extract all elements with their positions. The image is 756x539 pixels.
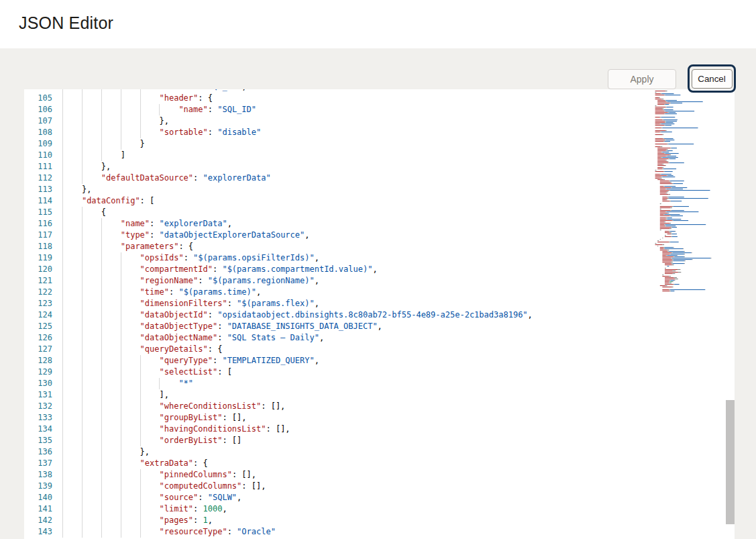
- scrollbar-thumb[interactable]: [726, 400, 735, 524]
- json-editor[interactable]: 1041051061071081091101111121131141151161…: [24, 89, 735, 539]
- line-number: 140: [38, 492, 52, 503]
- line-number: 119: [38, 252, 52, 264]
- line-number: 115: [38, 207, 52, 218]
- code-line: "regionName": "$(params.regionName)",: [60, 275, 646, 287]
- line-number: 114: [38, 195, 52, 207]
- line-number: 121: [38, 275, 52, 287]
- code-line: }: [60, 138, 646, 150]
- line-number: 142: [38, 515, 52, 526]
- apply-button[interactable]: Apply: [608, 69, 676, 89]
- code-line: "pages": 1,: [60, 515, 646, 526]
- line-number: 124: [38, 309, 52, 321]
- line-number: 135: [38, 435, 52, 446]
- page-title: JSON Editor: [19, 13, 113, 33]
- line-number: 120: [38, 264, 52, 275]
- code-line: },: [60, 446, 646, 458]
- code-line: "limit": 1000,: [60, 503, 646, 515]
- line-number: 129: [38, 366, 52, 378]
- code-line: "header": {: [60, 93, 646, 104]
- line-number: 108: [38, 127, 52, 138]
- code-line: },: [60, 115, 646, 127]
- cancel-focus-ring: Cancel: [688, 64, 736, 93]
- line-number: 136: [38, 446, 52, 458]
- line-number: 139: [38, 481, 52, 492]
- code-area[interactable]: "field": "SQL_ID", "header": { "name": "…: [60, 89, 646, 539]
- code-line: "resourceType": "Oracle": [60, 526, 646, 538]
- line-number-gutter: 1041051061071081091101111121131141151161…: [24, 89, 60, 539]
- line-number: 133: [38, 412, 52, 424]
- line-number: 113: [38, 184, 52, 195]
- line-number: 107: [38, 115, 52, 127]
- code-line: "selectList": [: [60, 366, 646, 378]
- code-line: "type": "dataObjectExplorerDataSource",: [60, 230, 646, 241]
- code-line: "dataObjectType": "DATABASE_INSIGHTS_DAT…: [60, 321, 646, 332]
- line-number: 125: [38, 321, 52, 332]
- code-line: ]: [60, 150, 646, 161]
- code-line: "defaultDataSource": "explorerData": [60, 173, 646, 184]
- line-number: 137: [38, 458, 52, 469]
- code-line: "whereConditionsList": [],: [60, 401, 646, 412]
- line-number: 143: [38, 526, 52, 538]
- line-number: 132: [38, 401, 52, 412]
- line-number: 110: [38, 150, 52, 161]
- code-line: "parameters": {: [60, 241, 646, 252]
- code-line: "compartmentId": "$(params.compartmentId…: [60, 264, 646, 275]
- line-number: 130: [38, 378, 52, 389]
- code-line: "name": "SQL_ID": [60, 104, 646, 115]
- code-line: "dataConfig": [: [60, 195, 646, 207]
- line-number: 134: [38, 424, 52, 435]
- line-number: 127: [38, 344, 52, 355]
- line-number: 141: [38, 503, 52, 515]
- line-number: 138: [38, 469, 52, 481]
- line-number: 118: [38, 241, 52, 252]
- code-line: {: [60, 207, 646, 218]
- header: JSON Editor: [0, 0, 756, 48]
- code-line: "sortable": "disable": [60, 127, 646, 138]
- code-line: "name": "explorerData",: [60, 218, 646, 230]
- code-line: "queryDetails": {: [60, 344, 646, 355]
- code-line: "orderByList": []: [60, 435, 646, 446]
- code-line: "computedColumns": [],: [60, 481, 646, 492]
- code-line: },: [60, 161, 646, 173]
- code-line: "*": [60, 378, 646, 389]
- line-number: 116: [38, 218, 52, 230]
- line-number: 126: [38, 332, 52, 344]
- code-line: "opsiIds": "$(params.opsiFilterIds)",: [60, 252, 646, 264]
- code-line: "dataObjectName": "SQL Stats – Daily",: [60, 332, 646, 344]
- code-line: "groupByList": [],: [60, 412, 646, 424]
- code-line: "pinnedColumns": [],: [60, 469, 646, 481]
- line-number: 128: [38, 355, 52, 366]
- code-line: "dimensionFilters": "$(params.flex)",: [60, 298, 646, 309]
- line-number: 112: [38, 173, 52, 184]
- code-line: "time": "$(params.time)",: [60, 287, 646, 298]
- line-number: 122: [38, 287, 52, 298]
- vertical-scrollbar[interactable]: [725, 89, 735, 539]
- code-line: ],: [60, 389, 646, 401]
- page: { "window": { "title": "JSON Editor" }, …: [0, 0, 756, 539]
- line-number: 111: [38, 161, 52, 173]
- line-number: 106: [38, 104, 52, 115]
- line-number: 109: [38, 138, 52, 150]
- code-line: "source": "SQLW",: [60, 492, 646, 503]
- minimap[interactable]: [646, 89, 725, 539]
- cancel-button[interactable]: Cancel: [692, 69, 733, 89]
- line-number: 123: [38, 298, 52, 309]
- code-line: "extraData": {: [60, 458, 646, 469]
- code-line: },: [60, 184, 646, 195]
- code-line: "dataObjectId": "opsidataobject.dbinsigh…: [60, 309, 646, 321]
- code-line: "queryType": "TEMPLATIZED_QUERY",: [60, 355, 646, 366]
- code-line: "havingConditionsList": [],: [60, 424, 646, 435]
- line-number: 131: [38, 389, 52, 401]
- line-number: 105: [38, 93, 52, 104]
- line-number: 117: [38, 230, 52, 241]
